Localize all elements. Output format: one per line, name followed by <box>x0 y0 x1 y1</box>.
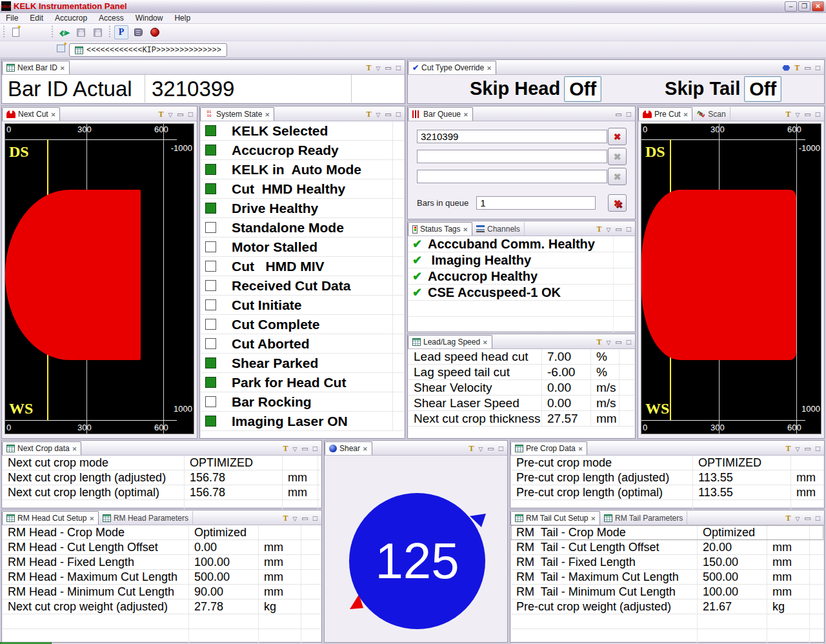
pin-icon[interactable] <box>596 225 601 233</box>
state-checkbox[interactable] <box>205 145 216 156</box>
maximize-icon[interactable] <box>499 445 503 452</box>
tab-pre-cut[interactable]: Pre Cut <box>638 107 692 121</box>
menu-edit[interactable]: Edit <box>24 13 49 23</box>
pin-icon[interactable] <box>596 338 601 346</box>
tab-scan[interactable]: Scan <box>692 107 730 121</box>
tab-next-cut[interactable]: Next Cut <box>2 107 60 121</box>
window-minimize-button[interactable]: – <box>785 1 797 12</box>
state-checkbox[interactable] <box>205 280 216 291</box>
new-wizard-button[interactable] <box>8 25 23 39</box>
maximize-icon[interactable] <box>396 110 401 118</box>
table-row[interactable]: RM Tail - Crop ModeOptimized <box>511 525 823 540</box>
tab-system-state[interactable]: System State <box>200 107 274 121</box>
close-icon[interactable] <box>463 225 468 234</box>
chevron-down-icon[interactable] <box>376 65 380 72</box>
tab-rm-head-cut-setup[interactable]: RM Head Cut Setup <box>2 511 99 525</box>
tab-next-bar-id[interactable]: Next Bar ID <box>2 61 70 74</box>
state-checkbox[interactable] <box>205 338 216 349</box>
record-stop-button[interactable] <box>148 25 162 39</box>
queue-slot-3-input[interactable] <box>417 170 607 183</box>
tab-status-tags[interactable]: Status Tags <box>408 222 472 236</box>
tab-rm-tail-parameters[interactable]: RM Tail Parameters <box>600 511 687 525</box>
close-icon[interactable] <box>463 110 468 119</box>
chevron-down-icon[interactable] <box>606 226 610 233</box>
save-as-button[interactable] <box>74 25 88 39</box>
maximize-icon[interactable] <box>313 514 317 522</box>
menu-accucrop[interactable]: Accucrop <box>49 13 93 23</box>
close-icon[interactable] <box>363 444 368 453</box>
chevron-down-icon[interactable] <box>795 445 800 452</box>
minimize-icon[interactable] <box>385 111 391 118</box>
pin-icon[interactable] <box>468 445 474 452</box>
minimize-icon[interactable] <box>177 111 183 118</box>
close-icon[interactable] <box>89 514 94 523</box>
state-checkbox[interactable] <box>205 222 216 233</box>
minimize-icon[interactable] <box>385 65 391 72</box>
maximize-icon[interactable] <box>816 514 820 522</box>
clear-queue-button[interactable] <box>608 194 627 212</box>
window-restore-button[interactable]: ❐ <box>798 1 811 12</box>
window-close-button[interactable]: ✕ <box>812 1 824 12</box>
skip-head-toggle[interactable]: Off <box>564 76 601 102</box>
close-icon[interactable] <box>483 337 488 347</box>
chevron-down-icon[interactable] <box>606 339 610 346</box>
maximize-icon[interactable] <box>627 225 631 233</box>
chevron-down-icon[interactable] <box>168 111 172 118</box>
save-button[interactable] <box>90 25 105 39</box>
menu-help[interactable]: Help <box>168 13 196 23</box>
p-tool-button[interactable]: P <box>114 25 128 39</box>
close-icon[interactable] <box>578 444 583 453</box>
minimize-icon[interactable] <box>615 111 621 118</box>
state-checkbox[interactable] <box>205 241 216 252</box>
link-diamond-icon[interactable] <box>782 65 790 71</box>
state-checkbox[interactable] <box>205 299 216 310</box>
tab-cut-type-override[interactable]: Cut Type Override <box>408 61 496 74</box>
tab-pre-crop-data[interactable]: Pre Crop Data <box>510 441 587 455</box>
chevron-down-icon[interactable] <box>292 515 297 522</box>
state-checkbox[interactable] <box>205 357 216 368</box>
close-icon[interactable] <box>487 63 492 72</box>
pin-icon[interactable] <box>794 64 800 72</box>
minimize-icon[interactable] <box>615 226 621 233</box>
maximize-icon[interactable] <box>188 110 193 118</box>
menu-access[interactable]: Access <box>93 13 130 23</box>
chevron-down-icon[interactable] <box>376 111 380 118</box>
tab-channels[interactable]: Channels <box>472 222 525 236</box>
tab-rm-tail-cut-setup[interactable]: RM Tail Cut Setup <box>510 511 600 525</box>
tab-shear[interactable]: Shear <box>325 441 372 455</box>
pin-icon[interactable] <box>366 64 371 72</box>
pin-icon[interactable] <box>283 445 288 452</box>
minimize-icon[interactable] <box>804 515 811 522</box>
close-icon[interactable] <box>265 110 270 119</box>
minimize-icon[interactable] <box>615 339 621 346</box>
remove-bar-1-button[interactable] <box>608 128 627 145</box>
state-checkbox[interactable] <box>205 416 216 427</box>
minimize-icon[interactable] <box>804 65 811 72</box>
close-icon[interactable] <box>591 514 596 523</box>
close-icon[interactable] <box>51 110 56 119</box>
maximize-icon[interactable] <box>396 64 401 72</box>
tab-next-crop-data[interactable]: Next Crop data <box>2 441 81 455</box>
menu-window[interactable]: Window <box>130 13 169 23</box>
minimize-icon[interactable] <box>487 445 494 452</box>
remove-bar-3-button[interactable] <box>608 168 627 185</box>
minimize-icon[interactable] <box>301 445 308 452</box>
tab-rm-head-parameters[interactable]: RM Head Parameters <box>99 511 193 525</box>
maximize-icon[interactable] <box>816 110 820 118</box>
close-icon[interactable] <box>683 110 689 119</box>
menu-file[interactable]: File <box>0 13 24 23</box>
queue-slot-2-input[interactable] <box>417 150 607 163</box>
maximize-icon[interactable] <box>627 338 631 346</box>
pin-icon[interactable] <box>785 445 791 452</box>
state-checkbox[interactable] <box>205 396 216 407</box>
chevron-down-icon[interactable] <box>795 111 800 118</box>
state-checkbox[interactable] <box>205 164 216 175</box>
pin-icon[interactable] <box>785 514 791 522</box>
state-checkbox[interactable] <box>205 319 216 330</box>
new-perspective-icon[interactable] <box>57 45 65 52</box>
close-icon[interactable] <box>72 444 77 453</box>
pin-icon[interactable] <box>158 110 163 118</box>
kip-perspective-tab[interactable]: <<<<<<<<<<<<KIP>>>>>>>>>>>>>> <box>69 43 227 57</box>
maximize-icon[interactable] <box>816 445 820 452</box>
maximize-icon[interactable] <box>627 110 631 118</box>
